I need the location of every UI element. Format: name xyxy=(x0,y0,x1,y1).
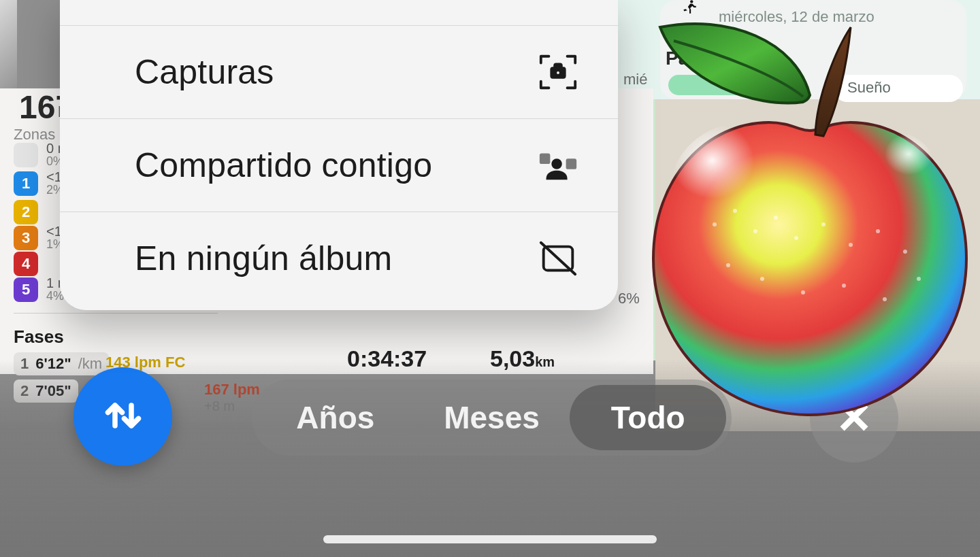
menu-item-not-in-album[interactable]: En ningún álbum xyxy=(60,212,618,310)
menu-item-label: Compartido contigo xyxy=(135,146,432,185)
menu-item-label: Capturas xyxy=(135,52,274,92)
segment-all[interactable]: Todo xyxy=(570,385,726,450)
shared-with-you-icon xyxy=(536,144,580,187)
menu-item-label: En ningún álbum xyxy=(135,239,392,278)
close-button[interactable] xyxy=(810,374,898,462)
day-short: mié xyxy=(623,71,647,88)
card-prefix: Pa xyxy=(666,48,689,69)
filter-menu: Capturas Compartido contigo xyxy=(60,0,618,310)
home-indicator[interactable] xyxy=(323,535,657,543)
sleep-pill: Sueño xyxy=(834,75,963,102)
zone-badge: 2 xyxy=(14,200,38,224)
sort-button[interactable] xyxy=(74,367,172,466)
zone-badge: 3 xyxy=(14,226,38,250)
svg-point-2 xyxy=(555,70,561,75)
photos-app-screen: miércoles, 12 de marzo Pa Sueño mié 12 1… xyxy=(0,0,980,557)
svg-rect-4 xyxy=(540,154,551,165)
segment-months[interactable]: Meses xyxy=(414,385,570,450)
zone-badge: 5 xyxy=(14,277,38,302)
menu-item-shared-with-you[interactable]: Compartido contigo xyxy=(60,119,618,212)
screenshot-icon xyxy=(536,50,580,94)
svg-rect-3 xyxy=(555,64,561,68)
side-pct: 6% xyxy=(618,290,640,307)
not-in-album-icon xyxy=(536,237,580,280)
runner-icon xyxy=(681,0,698,20)
sort-arrows-icon xyxy=(99,391,148,443)
svg-rect-5 xyxy=(566,158,577,169)
menu-top xyxy=(60,0,618,26)
close-icon xyxy=(834,397,874,439)
svg-point-0 xyxy=(690,0,693,3)
card-date: miércoles, 12 de marzo xyxy=(719,8,875,26)
svg-point-6 xyxy=(551,158,562,169)
segment-years[interactable]: Años xyxy=(257,385,414,450)
phases-label: Fases xyxy=(14,326,64,348)
view-segmented-control[interactable]: Años Meses Todo xyxy=(252,379,732,456)
menu-item-screenshots[interactable]: Capturas xyxy=(60,26,618,119)
zone-badge xyxy=(14,143,38,167)
zone-badge: 1 xyxy=(14,171,38,196)
card-pill xyxy=(668,75,791,95)
bg-tile xyxy=(0,0,17,102)
zone-badge: 4 xyxy=(14,252,38,276)
divider xyxy=(14,313,218,314)
